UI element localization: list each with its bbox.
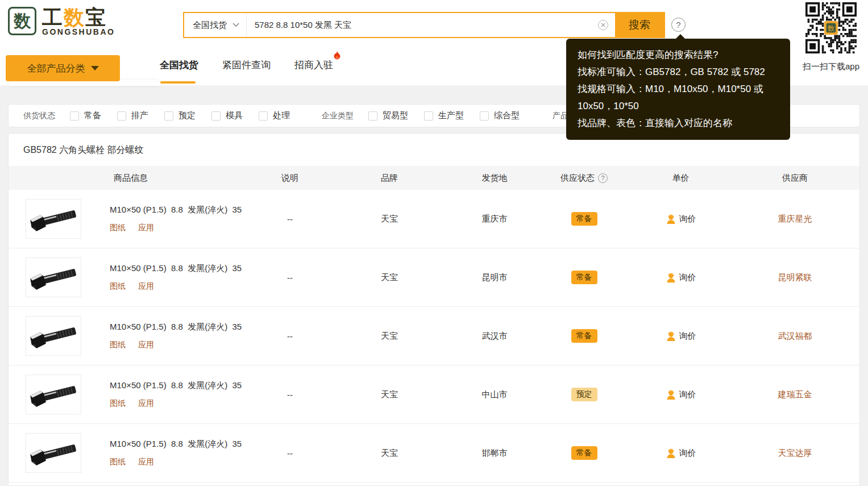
tooltip-line: 如何找到匹配度更高的搜索结果? <box>578 47 779 64</box>
bolt-product-image[interactable] <box>26 375 81 414</box>
search-scope-dropdown[interactable]: 全国找货 <box>184 13 247 37</box>
status-badge: 常备 <box>571 271 597 284</box>
bolt-product-image[interactable] <box>26 199 81 239</box>
supply-status-help-icon[interactable]: ? <box>598 173 608 183</box>
checkbox[interactable] <box>164 111 173 121</box>
checkbox[interactable] <box>70 111 79 121</box>
filter-option[interactable]: 贸易型 <box>368 110 408 121</box>
search-button[interactable]: 搜索 <box>615 13 664 37</box>
price-cell[interactable]: 询价 <box>631 214 730 225</box>
product-spec[interactable]: M10×50 (P1.5) 8.8 发黑(淬火) 35 <box>110 380 242 391</box>
col-supplier: 供应商 <box>730 173 859 184</box>
status-badge: 常备 <box>571 329 597 343</box>
brand-cell: 天宝 <box>327 331 452 342</box>
price-cell[interactable]: 询价 <box>631 272 730 283</box>
note-cell: -- <box>253 273 327 283</box>
tab-merchant-join[interactable]: 招商入驻 <box>294 59 333 82</box>
bolt-product-image[interactable] <box>26 257 81 297</box>
search-input[interactable] <box>247 13 598 37</box>
drawing-link[interactable]: 图纸 <box>110 340 126 350</box>
filter-option[interactable]: 预定 <box>164 110 196 121</box>
search-help-icon[interactable]: ? <box>671 18 686 32</box>
filter-option-label: 综合型 <box>494 110 520 121</box>
tab-fastener-query[interactable]: 紧固件查询 <box>222 59 271 82</box>
supplier-link[interactable]: 天宝达厚 <box>730 448 859 459</box>
checkbox[interactable] <box>259 111 268 121</box>
filter-option[interactable]: 生产型 <box>424 110 464 121</box>
checkbox[interactable] <box>424 111 433 121</box>
origin-city-cell: 重庆市 <box>452 214 537 225</box>
filter-option[interactable]: 综合型 <box>480 110 520 121</box>
company-options: 贸易型生产型综合型 <box>368 110 520 121</box>
product-links: 图纸 应用 <box>110 223 242 233</box>
supplier-link[interactable]: 武汉福都 <box>730 331 859 342</box>
filter-option-label: 预定 <box>178 110 196 121</box>
price-cell[interactable]: 询价 <box>631 448 730 459</box>
table-row: M10×50 (P1.5) 8.8 发黑(淬火) 35 图纸 应用 -- 天宝 … <box>9 365 859 424</box>
product-text: M10×50 (P1.5) 8.8 发黑(淬火) 35 图纸 应用 <box>110 439 242 467</box>
supplier-link[interactable]: 建瑞五金 <box>730 389 859 400</box>
checkbox[interactable] <box>368 111 377 121</box>
brand-name-en: GONGSHUBAO <box>42 27 115 36</box>
product-spec[interactable]: M10×50 (P1.5) 8.8 发黑(淬火) 35 <box>110 205 242 215</box>
col-note: 说明 <box>253 173 327 184</box>
drawing-link[interactable]: 图纸 <box>110 281 126 292</box>
status-badge: 常备 <box>571 212 597 226</box>
filter-option-label: 贸易型 <box>383 110 408 121</box>
qr-code-image: 数 <box>805 2 857 53</box>
col-supply-status: 供应状态 ? <box>537 173 631 184</box>
note-cell: -- <box>253 390 327 400</box>
tooltip-arrow <box>675 34 686 39</box>
filter-option[interactable]: 模具 <box>211 110 243 121</box>
col-origin: 发货地 <box>452 173 537 184</box>
application-link[interactable]: 应用 <box>138 457 154 467</box>
supplier-link[interactable]: 重庆星光 <box>730 214 859 225</box>
bolt-product-image[interactable] <box>26 433 81 473</box>
filter-option[interactable]: 处理 <box>259 110 290 121</box>
tab-national-sourcing[interactable]: 全国找货 <box>160 59 198 82</box>
drawing-link[interactable]: 图纸 <box>110 223 126 233</box>
bolt-icon <box>26 317 81 355</box>
checkbox[interactable] <box>480 111 489 121</box>
all-categories-button[interactable]: 全部产品分类 <box>6 55 120 81</box>
tooltip-line: 找品牌、表色：直接输入对应的名称 <box>578 115 779 132</box>
brand-cell: 天宝 <box>327 272 452 283</box>
filter-option[interactable]: 排产 <box>117 110 148 121</box>
supplier-link[interactable]: 昆明紧联 <box>730 272 859 283</box>
filter-option-label: 模具 <box>226 110 243 121</box>
price-cell[interactable]: 询价 <box>631 389 730 400</box>
application-link[interactable]: 应用 <box>138 340 154 350</box>
checkbox[interactable] <box>211 111 221 121</box>
bolt-icon <box>26 376 81 413</box>
drawing-link[interactable]: 图纸 <box>110 398 126 409</box>
application-link[interactable]: 应用 <box>138 398 154 409</box>
product-spec[interactable]: M10×50 (P1.5) 8.8 发黑(淬火) 35 <box>110 263 242 274</box>
inquiry-label: 询价 <box>679 389 696 400</box>
price-cell[interactable]: 询价 <box>631 331 730 342</box>
col-product-info: 商品信息 <box>9 173 253 184</box>
brand-cell: 天宝 <box>327 448 452 459</box>
product-text: M10×50 (P1.5) 8.8 发黑(淬火) 35 图纸 应用 <box>110 205 242 233</box>
product-spec[interactable]: M10×50 (P1.5) 8.8 发黑(淬火) 35 <box>110 322 242 333</box>
filter-option[interactable]: 常备 <box>70 110 101 121</box>
application-link[interactable]: 应用 <box>138 281 154 292</box>
status-badge: 预定 <box>571 388 597 401</box>
origin-city-cell: 中山市 <box>452 389 537 400</box>
bolt-product-image[interactable] <box>26 316 81 356</box>
checkbox[interactable] <box>117 111 126 121</box>
filter-option-label: 生产型 <box>438 110 464 121</box>
product-links: 图纸 应用 <box>110 457 242 467</box>
filter-option-label: 常备 <box>84 110 101 121</box>
status-cell: 常备 <box>537 329 631 343</box>
brand-logo[interactable]: 数 工数宝 GONGSHUBAO <box>8 7 115 36</box>
product-spec[interactable]: M10×50 (P1.5) 8.8 发黑(淬火) 35 <box>110 439 242 450</box>
product-cell: M10×50 (P1.5) 8.8 发黑(淬火) 35 图纸 应用 <box>9 375 253 414</box>
clear-search-icon[interactable]: ✕ <box>598 20 608 30</box>
drawing-link[interactable]: 图纸 <box>110 457 126 467</box>
bolt-icon <box>26 259 81 296</box>
application-link[interactable]: 应用 <box>138 223 154 233</box>
product-cell: M10×50 (P1.5) 8.8 发黑(淬火) 35 图纸 应用 <box>9 316 253 356</box>
origin-city-cell: 昆明市 <box>452 272 537 283</box>
inquiry-label: 询价 <box>679 331 696 342</box>
status-cell: 预定 <box>537 388 631 401</box>
